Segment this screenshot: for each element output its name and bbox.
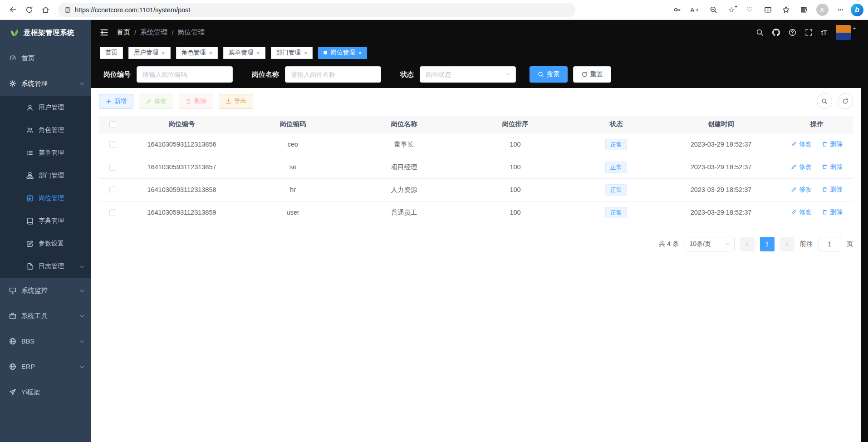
- page-icon: [64, 7, 71, 13]
- close-icon[interactable]: ×: [162, 50, 165, 56]
- sidebar-item-menu-mgmt[interactable]: 菜单管理: [0, 142, 91, 164]
- favorites-icon[interactable]: [778, 2, 794, 18]
- dashboard-icon: [9, 54, 16, 62]
- book-icon: [26, 217, 34, 225]
- edit-button[interactable]: 修改: [139, 94, 173, 109]
- goto-label: 前往: [800, 240, 813, 248]
- sidebar-item-system[interactable]: 系统管理: [0, 71, 91, 96]
- col-post-name: 岗位名称: [348, 116, 460, 133]
- row-delete-link[interactable]: 删除: [822, 163, 843, 171]
- read-aloud-icon[interactable]: A: [687, 2, 703, 18]
- sidebar-item-dict-mgmt[interactable]: 字典管理: [0, 210, 91, 232]
- status-badge: 正常: [605, 139, 627, 150]
- font-size-icon[interactable]: tT: [821, 29, 827, 36]
- content-card: 新增 修改 删除 导出: [91, 88, 861, 442]
- split-screen-icon[interactable]: [760, 2, 775, 18]
- org-tree-icon: [26, 172, 34, 179]
- gear-icon: [9, 80, 16, 87]
- monitor-icon: [9, 287, 16, 294]
- add-favorite-icon[interactable]: ☆+: [724, 2, 739, 18]
- sidebar-item-log-mgmt[interactable]: 日志管理: [0, 255, 91, 278]
- collections-icon[interactable]: [796, 2, 812, 18]
- browser-back-button[interactable]: [5, 2, 21, 18]
- next-page-button[interactable]: ›: [780, 237, 794, 251]
- sidebar: 意框架管理系统 首页 系统管理 用户管理 角色管理: [0, 20, 91, 442]
- page-size-select[interactable]: 10条/页: [685, 237, 735, 251]
- browser-refresh-button[interactable]: [21, 2, 37, 18]
- add-button[interactable]: 新增: [99, 94, 133, 109]
- sidebar-item-dept-mgmt[interactable]: 部门管理: [0, 164, 91, 187]
- app-logo[interactable]: 意框架管理系统: [0, 20, 91, 45]
- prev-page-button[interactable]: ‹: [740, 237, 755, 251]
- col-actions: 操作: [780, 116, 853, 133]
- toggle-search-button[interactable]: [817, 93, 832, 109]
- zoom-icon[interactable]: [706, 2, 721, 18]
- sidebar-item-home[interactable]: 首页: [0, 45, 91, 71]
- password-key-icon[interactable]: [669, 2, 685, 18]
- breadcrumb-section[interactable]: 系统管理: [140, 28, 167, 37]
- status-select[interactable]: [420, 66, 516, 83]
- close-icon[interactable]: ×: [304, 50, 308, 56]
- reset-button[interactable]: 重置: [573, 66, 611, 83]
- fullscreen-icon[interactable]: [805, 29, 813, 36]
- page-1-button[interactable]: 1: [760, 237, 775, 251]
- row-edit-link[interactable]: 修改: [791, 163, 812, 171]
- sidebar-toggle-icon[interactable]: [100, 28, 108, 37]
- close-icon[interactable]: ×: [358, 50, 362, 56]
- row-delete-link[interactable]: 删除: [822, 186, 843, 194]
- github-icon[interactable]: [772, 29, 780, 36]
- delete-button[interactable]: 删除: [179, 94, 213, 109]
- more-menu-icon[interactable]: ···: [833, 2, 848, 18]
- select-all-checkbox[interactable]: [109, 121, 116, 128]
- browser-home-button[interactable]: [37, 2, 54, 18]
- caret-down-icon[interactable]: [853, 28, 856, 31]
- sidebar-item-post-mgmt[interactable]: 岗位管理: [0, 187, 91, 210]
- search-button[interactable]: 搜索: [530, 66, 568, 83]
- trash-icon: [822, 141, 828, 147]
- sidebar-item-yi-framework[interactable]: Yi框架: [0, 379, 91, 405]
- sidebar-item-role-mgmt[interactable]: 角色管理: [0, 119, 91, 142]
- row-edit-link[interactable]: 修改: [791, 140, 812, 148]
- tab-post-mgmt[interactable]: 岗位管理×: [318, 47, 367, 59]
- help-icon[interactable]: [789, 29, 796, 36]
- refresh-table-button[interactable]: [838, 93, 853, 109]
- sidebar-item-erp[interactable]: ERP: [0, 354, 91, 379]
- address-bar[interactable]: https://ccnetcore.com:1101/system/post: [58, 3, 575, 17]
- row-delete-link[interactable]: 删除: [822, 140, 843, 148]
- tab-role-mgmt[interactable]: 角色管理×: [176, 47, 218, 59]
- breadcrumb: 首页 / 系统管理 / 岗位管理: [117, 28, 205, 37]
- header-search-icon[interactable]: [756, 29, 764, 36]
- row-checkbox[interactable]: [109, 164, 116, 171]
- tab-home[interactable]: 首页: [100, 47, 123, 59]
- sidebar-item-user-mgmt[interactable]: 用户管理: [0, 96, 91, 119]
- close-icon[interactable]: ×: [209, 50, 213, 56]
- export-button[interactable]: 导出: [219, 94, 253, 109]
- row-checkbox[interactable]: [109, 187, 116, 193]
- post-code-input[interactable]: [137, 66, 233, 83]
- profile-avatar[interactable]: [814, 2, 830, 18]
- tab-dept-mgmt[interactable]: 部门管理×: [271, 47, 313, 59]
- sidebar-item-tools[interactable]: 系统工具: [0, 303, 91, 329]
- sidebar-item-param-settings[interactable]: 参数设置: [0, 232, 91, 255]
- goto-page-input[interactable]: [819, 237, 841, 251]
- user-icon: [26, 104, 34, 111]
- url-text[interactable]: https://ccnetcore.com:1101/system/post: [75, 6, 190, 14]
- user-avatar-logo[interactable]: [836, 25, 851, 40]
- close-icon[interactable]: ×: [256, 50, 260, 56]
- sidebar-item-bbs[interactable]: BBS: [0, 329, 91, 354]
- bing-icon[interactable]: b: [851, 4, 863, 16]
- row-edit-link[interactable]: 修改: [791, 208, 812, 216]
- row-checkbox[interactable]: [109, 209, 116, 216]
- row-delete-link[interactable]: 删除: [822, 208, 843, 216]
- edit-icon: [146, 98, 152, 104]
- breadcrumb-home[interactable]: 首页: [117, 28, 130, 37]
- tab-menu-mgmt[interactable]: 菜单管理×: [223, 47, 265, 59]
- row-edit-link[interactable]: 修改: [791, 186, 812, 194]
- sidebar-item-monitor[interactable]: 系统监控: [0, 278, 91, 303]
- post-name-input[interactable]: [285, 66, 381, 83]
- trash-icon: [822, 209, 828, 215]
- download-icon: [226, 98, 231, 104]
- tab-user-mgmt[interactable]: 用户管理×: [128, 47, 171, 59]
- row-checkbox[interactable]: [109, 141, 116, 148]
- browser-essentials-icon[interactable]: ♡: [742, 2, 757, 18]
